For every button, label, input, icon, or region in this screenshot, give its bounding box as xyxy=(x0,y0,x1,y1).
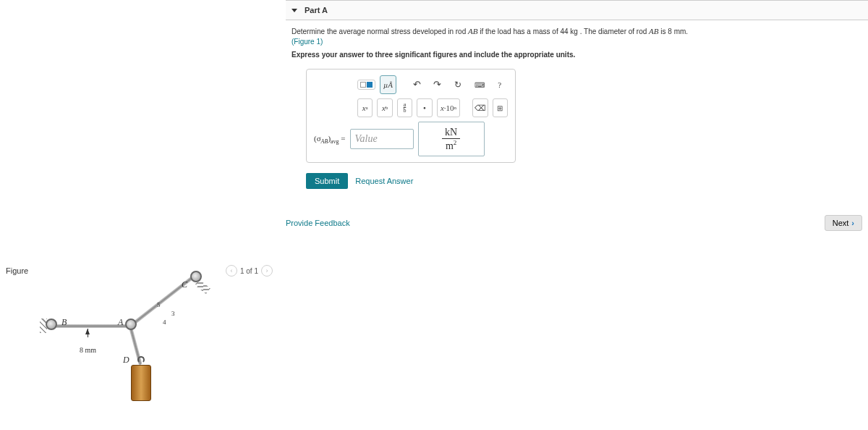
value-input[interactable]: Value xyxy=(350,129,414,149)
figure-image: B A C D 8 mm 5 3 4 xyxy=(40,284,257,421)
request-answer-link[interactable]: Request Answer xyxy=(355,177,413,185)
figure-title: Figure xyxy=(6,266,28,275)
provide-feedback-link[interactable]: Provide Feedback xyxy=(286,219,350,227)
reset-button[interactable]: ↻ xyxy=(450,75,467,94)
backspace-button[interactable] xyxy=(472,98,488,117)
subscript-button[interactable]: xb xyxy=(377,98,392,117)
dot-button[interactable]: • xyxy=(417,98,432,117)
sci-notation-button[interactable]: x·10n xyxy=(437,98,461,117)
undo-button[interactable]: ↶ xyxy=(409,75,425,94)
help-button[interactable]: ? xyxy=(491,75,508,94)
figure-link[interactable]: (Figure 1) xyxy=(292,38,323,46)
prompt-text: Determine the average normal stress deve… xyxy=(286,23,868,67)
chevron-down-icon xyxy=(292,9,297,12)
figure-counter: 1 of 1 xyxy=(240,267,258,275)
figure-nav: ‹ 1 of 1 › xyxy=(226,265,273,277)
units-input[interactable]: kN m2 xyxy=(418,122,485,156)
fraction-button[interactable]: ab xyxy=(397,98,412,117)
part-header[interactable]: Part A xyxy=(286,0,868,20)
superscript-button[interactable]: xa xyxy=(357,98,373,117)
calculator-button[interactable]: ⊞ xyxy=(493,98,508,117)
answer-lhs: (σAB)avg = xyxy=(314,134,346,145)
templates-button[interactable] xyxy=(357,80,375,90)
figure-next-icon[interactable]: › xyxy=(261,265,273,277)
answer-panel: µÅ ↶ ↷ ↻ ⌨ ? xa xb ab • x·10n xyxy=(306,69,516,163)
chevron-right-icon: › xyxy=(851,219,854,227)
units-mu-button[interactable]: µÅ xyxy=(380,75,396,94)
figure-prev-icon[interactable]: ‹ xyxy=(226,265,237,277)
next-button[interactable]: Next› xyxy=(825,215,862,231)
submit-button[interactable]: Submit xyxy=(306,173,348,189)
redo-button[interactable]: ↷ xyxy=(429,75,446,94)
part-label: Part A xyxy=(305,6,328,14)
keyboard-button[interactable]: ⌨ xyxy=(471,75,488,94)
